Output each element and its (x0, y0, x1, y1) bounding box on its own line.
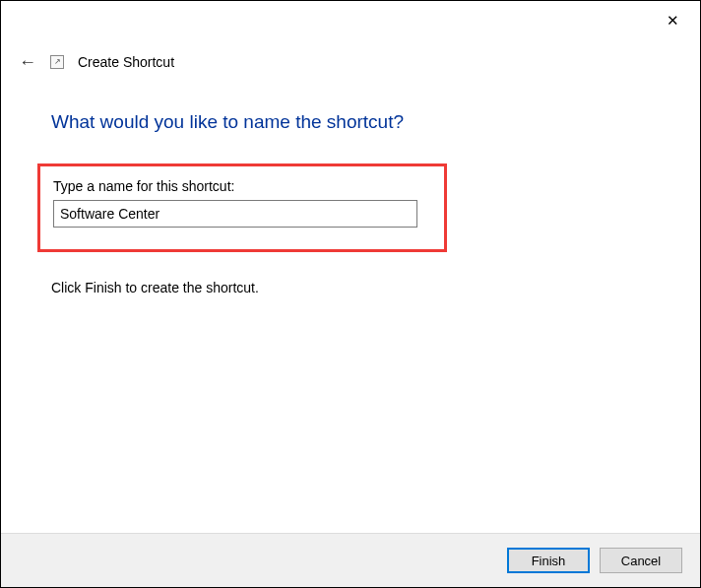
close-button[interactable]: ✕ (663, 11, 682, 31)
page-heading: What would you like to name the shortcut… (51, 111, 404, 133)
instruction-text: Click Finish to create the shortcut. (51, 280, 259, 295)
wizard-header: ← ↗ Create Shortcut (19, 53, 174, 71)
close-icon: ✕ (667, 12, 679, 30)
wizard-title: Create Shortcut (78, 54, 174, 70)
shortcut-icon: ↗ (50, 55, 64, 69)
dialog-footer: Finish Cancel (1, 533, 700, 587)
shortcut-name-input[interactable] (53, 200, 417, 228)
finish-button[interactable]: Finish (507, 548, 590, 573)
shortcut-name-label: Type a name for this shortcut: (53, 178, 431, 194)
highlight-annotation: Type a name for this shortcut: (37, 163, 447, 252)
cancel-button[interactable]: Cancel (600, 548, 682, 573)
back-arrow-icon[interactable]: ← (19, 53, 36, 71)
